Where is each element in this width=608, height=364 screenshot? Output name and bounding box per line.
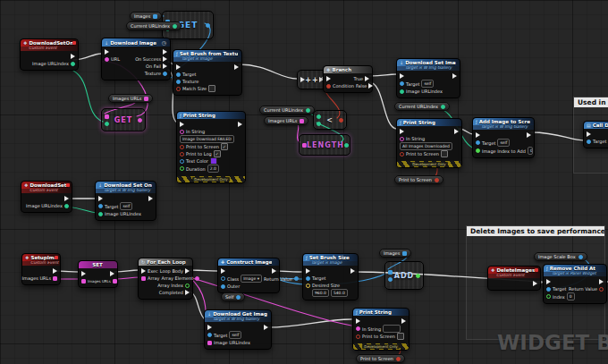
outer-pin[interactable] [221, 284, 225, 289]
node-header[interactable]: ❖SetupImages [22, 254, 60, 261]
exec-out-pin[interactable] [71, 54, 75, 59]
int-out-pin[interactable] [173, 24, 177, 29]
exec-in-pin[interactable] [141, 268, 146, 274]
item-in-pin[interactable] [388, 277, 393, 282]
exec-in-pin[interactable] [81, 271, 86, 276]
image-urlindex-array-pin[interactable] [207, 341, 212, 345]
node-header[interactable]: ✚Construct Image [218, 258, 279, 266]
target-value[interactable]: self [120, 202, 132, 210]
node-header[interactable]: ▤Call DA [584, 122, 608, 129]
text-color-swatch[interactable] [210, 157, 217, 165]
target-in-pin[interactable] [587, 140, 591, 144]
array-in-pin[interactable] [388, 270, 393, 275]
image-urlindex-pin[interactable] [400, 89, 404, 94]
blueprint-graph-canvas[interactable]: Used in SA Delete Images to save perform… [0, 0, 608, 364]
pill-self-ref[interactable]: Self [221, 292, 245, 301]
a-in-pin[interactable] [317, 114, 321, 119]
pill-print-to-screen-pin[interactable]: Print to Screen [394, 175, 443, 184]
url-in-pin[interactable] [105, 57, 109, 62]
exec-out-pin[interactable] [533, 281, 537, 286]
node-header[interactable]: ❖DeleteImages [488, 267, 540, 274]
pill-image-scale-box-var[interactable]: Image Scale Box [534, 252, 587, 261]
node-header[interactable]: ↓Download Image◷ [102, 38, 170, 47]
exec-out-pin[interactable] [64, 196, 69, 201]
print-to-screen-pin[interactable] [180, 145, 184, 149]
node-header[interactable]: ƒAdd Image to Screen [473, 118, 534, 125]
pill-images-var[interactable]: Images [130, 12, 162, 21]
return-value-pin[interactable] [294, 276, 299, 281]
size-y-value[interactable]: 540.0 [331, 289, 348, 297]
image-urlindex-pin[interactable] [98, 212, 103, 216]
bool-pin[interactable] [435, 178, 439, 182]
array-element-out-pin[interactable] [195, 276, 199, 281]
node-download-image[interactable]: ↓Download Image◷ URLOn Success On Fail T… [101, 38, 171, 80]
node-header[interactable]: SET [79, 261, 117, 268]
node-header[interactable]: ↓Download Get Images [205, 310, 271, 317]
print-to-screen-checkbox[interactable] [221, 143, 228, 150]
exec-out-pin[interactable] [234, 64, 239, 70]
target-in-pin[interactable] [400, 81, 404, 86]
return-value-pin[interactable] [599, 287, 604, 292]
exec-out-pin[interactable] [163, 49, 167, 55]
pill-print-to-screen-pin[interactable]: Print to Screen [356, 354, 405, 363]
node-print-string-bottom[interactable]: ƒPrint String In String Print to Screen … [352, 308, 410, 351]
node-print-string-failed[interactable]: ƒPrint String In String Image Download F… [176, 111, 246, 183]
node-header[interactable]: ❖DownloadSetOneImage [21, 39, 78, 47]
array-out-pin[interactable] [153, 14, 157, 19]
duration-value[interactable]: 2.0 [207, 165, 219, 173]
duration-pin[interactable] [180, 166, 184, 171]
texture-in-pin[interactable] [176, 80, 181, 84]
node-header[interactable]: ƒPrint String [177, 112, 245, 119]
exec-in-pin[interactable] [176, 64, 181, 70]
index-value[interactable]: 0 [567, 292, 575, 301]
node-download-get-images[interactable]: ↓Download Get Images Target is W Img Gal… [204, 309, 272, 350]
in-string-value[interactable]: All Images Downloaded [400, 142, 452, 150]
node-header[interactable]: ƒPrint String [353, 309, 409, 316]
exec-in-pin[interactable] [587, 131, 591, 137]
bool-pin[interactable] [396, 357, 401, 361]
node-construct-image[interactable]: ✚Construct Image ClassImage ▾Return Valu… [217, 258, 280, 293]
target-in-pin[interactable] [176, 72, 181, 77]
exec-out-pin[interactable] [350, 268, 355, 274]
print-to-screen-checkbox[interactable] [397, 333, 404, 340]
in-string-value[interactable] [383, 325, 401, 333]
node-array-add[interactable]: ADD [384, 261, 424, 290]
array-in-pin[interactable] [81, 279, 86, 284]
node-remove-child-at[interactable]: ƒRemove Child At Target is Panel Widget … [543, 264, 607, 304]
node-get-url-item[interactable]: GET [101, 108, 146, 131]
node-setup-images-event[interactable]: ❖SetupImages Custom Event Images URLs [21, 253, 61, 285]
array-out-pin[interactable] [113, 279, 117, 284]
node-header[interactable]: ↓Download Set Images [397, 59, 460, 66]
array-index-out-pin[interactable] [185, 284, 190, 288]
int-out-pin[interactable] [306, 108, 310, 113]
node-call-da[interactable]: ▤Call DA Target [583, 121, 608, 148]
array-in-pin[interactable] [105, 114, 109, 119]
item-out-pin[interactable] [206, 23, 210, 28]
node-header[interactable]: ❖Branch [324, 66, 372, 73]
node-set-images-urls[interactable]: SET Images URLs [78, 260, 118, 288]
pill-images-var[interactable]: Images [379, 249, 411, 258]
on-fail-exec-pin[interactable] [163, 63, 167, 69]
index-pin[interactable] [546, 294, 551, 299]
match-size-checkbox[interactable] [208, 85, 215, 92]
node-for-each-loop[interactable]: ↻For Each Loop ExecLoop Body ArrayArray … [138, 258, 193, 300]
desired-size-pin[interactable] [306, 284, 310, 288]
result-out-pin[interactable] [339, 118, 343, 123]
size-x-value[interactable]: 960.0 [312, 289, 329, 297]
in-string-pin[interactable] [356, 326, 360, 331]
exec-in-pin[interactable] [400, 129, 404, 134]
exec-out-pin[interactable] [148, 196, 153, 201]
index-out-pin[interactable] [416, 274, 420, 278]
in-string-value[interactable]: Image Download FAILED [180, 135, 234, 143]
exec-in-pin[interactable] [400, 73, 404, 79]
node-print-string-all-downloaded[interactable]: ƒPrint String In String All Images Downl… [396, 118, 462, 168]
exec-out-pin[interactable] [599, 279, 604, 284]
true-exec-pin[interactable] [365, 76, 369, 81]
int-out-pin[interactable] [64, 204, 69, 208]
false-exec-pin[interactable] [368, 83, 373, 89]
image-index-pin[interactable] [476, 148, 480, 153]
node-add-image-to-screen[interactable]: ƒAdd Image to Screen Target is W Img Gal… [472, 117, 535, 158]
target-in-pin[interactable] [306, 276, 310, 281]
target-in-pin[interactable] [98, 204, 103, 208]
node-set-brush-from-texture-dynamic[interactable]: ƒSet Brush from Texture Dynamic Target i… [173, 49, 242, 96]
